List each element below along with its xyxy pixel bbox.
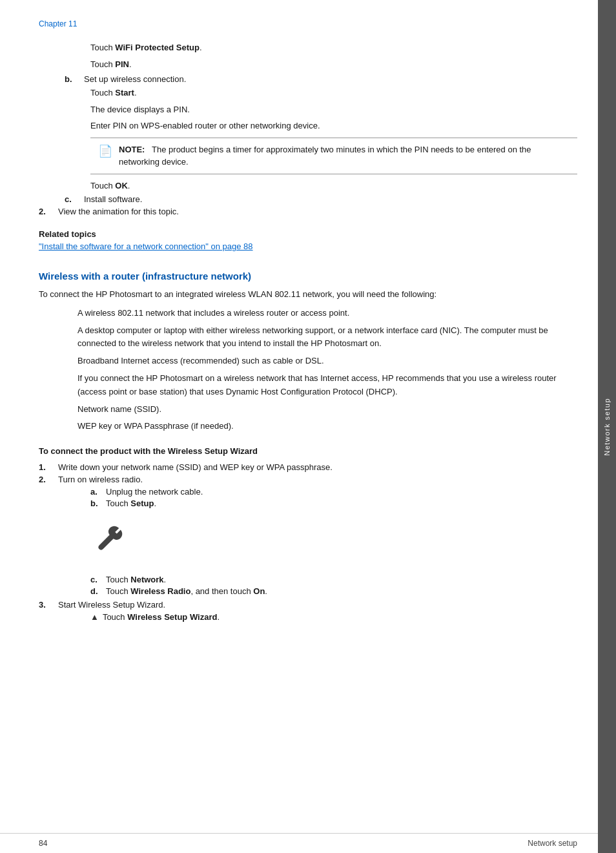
wizard-step-2-number: 2.: [39, 475, 58, 484]
sub-a-text: Unplug the network cable.: [106, 487, 203, 497]
triangle-bullet: ▲: [90, 612, 99, 622]
install-software-link[interactable]: "Install the software for a network conn…: [39, 242, 253, 251]
setup-bold: Setup: [130, 498, 154, 508]
wireless-setup-wizard-bold: Wireless Setup Wizard: [127, 612, 217, 622]
wifi-setup-bold: WiFi Protected Setup: [115, 43, 200, 52]
req-5: Network name (SSID).: [77, 403, 577, 416]
wizard-step-1-text: Write down your network name (SSID) and …: [58, 462, 333, 472]
device-displays-pin: The device displays a PIN.: [90, 103, 577, 116]
req-4: If you connect the HP Photosmart on a wi…: [77, 372, 577, 399]
footer: 84 Network setup: [0, 833, 616, 853]
step-b-text: Set up wireless connection.: [84, 74, 186, 84]
req-3: Broadband Internet access (recommended) …: [77, 355, 577, 368]
step-b: b. Set up wireless connection.: [39, 74, 577, 84]
wizard-step-2-text: Turn on wireless radio.: [58, 475, 143, 484]
sub-b-text: Touch Setup.: [106, 498, 156, 508]
sub-c-letter: c.: [90, 575, 106, 584]
step-c: c. Install software.: [39, 194, 577, 204]
intro-paragraph: To connect the HP Photosmart to an integ…: [39, 288, 577, 302]
network-bold: Network: [130, 575, 163, 584]
triangle-step-text: Touch Wireless Setup Wizard.: [103, 612, 220, 622]
ok-bold: OK: [115, 181, 128, 190]
sub-step-a: a. Unplug the network cable.: [90, 487, 577, 497]
note-icon: 📄: [98, 144, 114, 158]
step-2-text: View the animation for this topic.: [58, 207, 179, 216]
note-content: NOTE: The product begins a timer for app…: [119, 143, 570, 169]
wizard-step-1-number: 1.: [39, 462, 58, 472]
wrench-icon-area: [90, 521, 577, 562]
wizard-step-3: 3. Start Wireless Setup Wizard.: [39, 600, 577, 610]
triangle-sub-step: ▲ Touch Wireless Setup Wizard.: [90, 612, 577, 622]
wireless-radio-bold: Wireless Radio: [130, 586, 190, 596]
related-topics-section: Related topics "Install the software for…: [39, 229, 577, 251]
related-topics-heading: Related topics: [39, 229, 577, 239]
on-bold: On: [253, 586, 265, 596]
pin-bold: PIN: [115, 59, 129, 69]
footer-section: Network setup: [528, 839, 577, 848]
touch-start: Touch Start.: [90, 87, 577, 99]
chapter-label: Chapter 11: [39, 19, 577, 28]
page-number: 84: [39, 839, 47, 848]
section-heading: Wireless with a router (infrastructure n…: [39, 271, 577, 282]
step-pin: Touch PIN.: [90, 58, 577, 71]
sub-step-d: d. Touch Wireless Radio, and then touch …: [90, 586, 577, 596]
sub-d-text: Touch Wireless Radio, and then touch On.: [106, 586, 267, 596]
touch-ok: Touch OK.: [90, 180, 577, 192]
sub-step-b: b. Touch Setup.: [90, 498, 577, 508]
side-tab-label: Network setup: [603, 398, 611, 456]
wizard-step-3-text: Start Wireless Setup Wizard.: [58, 600, 165, 610]
sub-b-letter: b.: [90, 498, 106, 508]
enter-pin: Enter PIN on WPS-enabled router or other…: [90, 119, 577, 132]
sub-a-letter: a.: [90, 487, 106, 497]
note-box: 📄 NOTE: The product begins a timer for a…: [90, 138, 577, 174]
related-topics-link[interactable]: "Install the software for a network conn…: [39, 242, 577, 251]
wizard-step-1: 1. Write down your network name (SSID) a…: [39, 462, 577, 472]
req-1: A wireless 802.11 network that includes …: [77, 307, 577, 320]
wrench-svg: [90, 521, 129, 560]
step-2: 2. View the animation for this topic.: [39, 207, 577, 216]
req-2: A desktop computer or laptop with either…: [77, 324, 577, 351]
step-wifi-setup: Touch WiFi Protected Setup.: [90, 41, 577, 54]
side-tab-container: Network setup: [598, 0, 616, 853]
step-c-letter: c.: [65, 194, 84, 204]
sub-d-letter: d.: [90, 586, 106, 596]
start-bold: Start: [115, 88, 134, 98]
sub-c-text: Touch Network.: [106, 575, 166, 584]
note-label: NOTE:: [119, 145, 145, 154]
step-2-number: 2.: [39, 207, 58, 216]
req-6: WEP key or WPA Passphrase (if needed).: [77, 420, 577, 433]
wizard-step-2: 2. Turn on wireless radio.: [39, 475, 577, 484]
step-b-letter: b.: [65, 74, 84, 84]
wizard-heading: To connect the product with the Wireless…: [39, 446, 577, 456]
step-c-text: Install software.: [84, 194, 142, 204]
wizard-step-3-number: 3.: [39, 600, 58, 610]
sub-step-c: c. Touch Network.: [90, 575, 577, 584]
